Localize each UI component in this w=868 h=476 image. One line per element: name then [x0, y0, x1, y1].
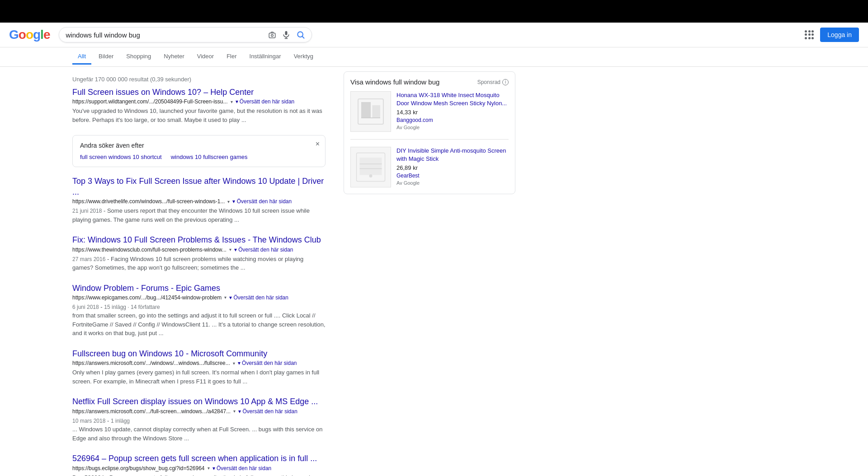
tab-shopping[interactable]: Shopping — [121, 49, 156, 65]
result-item: Netflix Full Screen display issues on Wi… — [72, 397, 326, 443]
tab-allt[interactable]: Allt — [72, 49, 91, 65]
result-translate-3[interactable]: ▾ Översätt den här sidan — [234, 247, 293, 253]
tab-videor[interactable]: Videor — [192, 49, 219, 65]
result-url-4: https://www.epicgames.com/.../bug.../412… — [72, 294, 222, 301]
svg-line-6 — [302, 37, 304, 38]
results-column: Ungefär 170 000 000 resultat (0,39 sekun… — [72, 71, 326, 476]
tab-nyheter[interactable]: Nyheter — [158, 49, 190, 65]
result-url-6: https://answers.microsoft.com/.../full-s… — [72, 408, 231, 415]
result-item: 526964 – Popup screen gets full screen w… — [72, 453, 326, 476]
top-bar — [0, 0, 868, 23]
andra-soker-link-2[interactable]: windows 10 fullscreen games — [171, 154, 248, 160]
result-title-1[interactable]: Full Screen issues on Windows 10? – Help… — [72, 87, 326, 98]
results-count: Ungefär 170 000 000 resultat (0,39 sekun… — [72, 71, 326, 87]
tab-installningar[interactable]: Inställningar — [244, 49, 287, 65]
result-url-7: https://bugs.eclipse.org/bugs/show_bug.c… — [72, 465, 205, 471]
result-snippet-1: You've upgraded to Windows 10, launched … — [72, 107, 326, 124]
sponsored-header: Visa windows full window bug Sponsrad i — [350, 78, 509, 86]
search-input[interactable] — [66, 31, 264, 39]
result-translate-7[interactable]: ▾ Översätt den här sidan — [212, 465, 272, 471]
login-button[interactable]: Logga in — [820, 28, 859, 42]
header: Google — [0, 23, 868, 47]
search-button[interactable] — [296, 30, 305, 39]
product-info-2: DIY Invisible Simple Anti-mosquito Scree… — [396, 147, 509, 187]
product-image-2 — [350, 147, 391, 187]
result-dropdown-4[interactable]: ▾ — [224, 295, 226, 300]
sponsored-label: Sponsrad i — [477, 79, 509, 85]
sponsored-info-icon[interactable]: i — [502, 79, 509, 85]
product-name-2[interactable]: DIY Invisible Simple Anti-mosquito Scree… — [396, 147, 509, 163]
result-url-3: https://www.thewindowsclub.com/full-scre… — [72, 247, 226, 253]
main-content: Ungefär 170 000 000 resultat (0,39 sekun… — [0, 67, 868, 476]
result-translate-4[interactable]: ▾ Översätt den här sidan — [229, 294, 288, 301]
product-price-2: 26,89 kr — [396, 164, 509, 171]
result-translate-6[interactable]: ▾ Översätt den här sidan — [238, 408, 297, 415]
andra-soker-links: full screen windows 10 shortcut windows … — [80, 154, 318, 160]
result-dropdown-5[interactable]: ▾ — [233, 361, 235, 366]
nav-tabs: Allt Bilder Shopping Nyheter Videor Fler… — [0, 47, 868, 67]
result-title-4[interactable]: Window Problem - Forums - Epic Games — [72, 283, 326, 294]
andra-soker-link-1[interactable]: full screen windows 10 shortcut — [80, 154, 162, 160]
tab-verktyg[interactable]: Verktyg — [288, 49, 319, 65]
result-snippet-5: Only when I play games (every games) in … — [72, 368, 326, 386]
svg-rect-12 — [360, 158, 382, 175]
svg-point-1 — [271, 34, 274, 37]
andra-soker-title: Andra söker även efter — [80, 142, 318, 149]
product-price-1: 14,33 kr — [396, 109, 509, 116]
camera-search-button[interactable] — [268, 31, 276, 39]
result-title-5[interactable]: Fullscreen bug on Windows 10 - Microsoft… — [72, 349, 326, 359]
result-title-2[interactable]: Top 3 Ways to Fix Full Screen Issue afte… — [72, 176, 326, 197]
google-logo[interactable]: Google — [9, 28, 50, 42]
result-title-7[interactable]: 526964 – Popup screen gets full screen w… — [72, 453, 326, 464]
svg-rect-9 — [373, 105, 381, 118]
result-dropdown-2[interactable]: ▾ — [227, 199, 230, 204]
sponsored-box: Visa windows full window bug Sponsrad i — [344, 71, 515, 194]
result-item: Window Problem - Forums - Epic Games htt… — [72, 283, 326, 338]
voice-search-button[interactable] — [282, 30, 291, 39]
result-item: Top 3 Ways to Fix Full Screen Issue afte… — [72, 176, 326, 224]
result-dropdown-1[interactable]: ▾ — [231, 99, 233, 104]
header-right: Logga in — [805, 28, 859, 42]
result-translate-2[interactable]: ▾ Översätt den här sidan — [232, 198, 292, 205]
svg-rect-2 — [285, 31, 288, 35]
result-dropdown-7[interactable]: ▾ — [208, 466, 210, 471]
product-name-1[interactable]: Honana WX-318 White Insect Mosquito Door… — [396, 91, 509, 107]
result-snippet-6: 10 mars 2018 - 1 inlägg ... Windows 10 u… — [72, 416, 326, 443]
apps-grid-icon[interactable] — [805, 30, 814, 39]
product-image-1 — [350, 91, 391, 132]
sponsored-title: Visa windows full window bug — [350, 78, 439, 86]
result-dropdown-6[interactable]: ▾ — [233, 409, 236, 414]
result-title-6[interactable]: Netflix Full Screen display issues on Wi… — [72, 397, 326, 407]
search-bar[interactable] — [59, 27, 312, 42]
product-store-1[interactable]: Banggood.com — [396, 117, 509, 123]
result-url-2: https://www.drivethelife.com/windows.../… — [72, 198, 225, 205]
result-item: Fullscreen bug on Windows 10 - Microsoft… — [72, 349, 326, 386]
tab-fler[interactable]: Fler — [221, 49, 242, 65]
result-item: Fix: Windows 10 Full Screen Problems & I… — [72, 235, 326, 272]
tab-bilder[interactable]: Bilder — [93, 49, 119, 65]
product-card-1[interactable]: Honana WX-318 White Insect Mosquito Door… — [350, 91, 509, 140]
result-url-1: https://support.wildtangent.com/.../2050… — [72, 98, 228, 105]
result-snippet-4: 6 juni 2018 - 15 inlägg · 14 författare … — [72, 303, 326, 338]
andra-soker-box: Andra söker även efter full screen windo… — [72, 135, 326, 167]
product-info-1: Honana WX-318 White Insect Mosquito Door… — [396, 91, 509, 132]
result-snippet-7: Bug 526964 - Popup screen gets full scre… — [72, 473, 326, 476]
andra-soker-close[interactable]: × — [316, 140, 320, 148]
right-column: Visa windows full window bug Sponsrad i — [344, 71, 515, 476]
result-snippet-2: 21 juni 2018 - Some users report that th… — [72, 206, 326, 224]
result-title-3[interactable]: Fix: Windows 10 Full Screen Problems & I… — [72, 235, 326, 245]
result-translate-1[interactable]: ▾ Översätt den här sidan — [236, 98, 295, 105]
result-translate-5[interactable]: ▾ Översätt den här sidan — [238, 360, 297, 366]
product-av-2: Av Google — [396, 180, 509, 186]
product-store-2[interactable]: GearBest — [396, 173, 509, 179]
product-card-2[interactable]: DIY Invisible Simple Anti-mosquito Scree… — [350, 147, 509, 187]
result-item: Full Screen issues on Windows 10? – Help… — [72, 87, 326, 124]
svg-point-15 — [369, 174, 373, 177]
svg-rect-0 — [269, 33, 276, 38]
result-snippet-3: 27 mars 2016 - Facing Windows 10 full sc… — [72, 255, 326, 272]
product-av-1: Av Google — [396, 125, 509, 130]
svg-rect-8 — [361, 102, 371, 118]
result-dropdown-3[interactable]: ▾ — [229, 247, 231, 252]
result-url-5: https://answers.microsoft.com/.../window… — [72, 360, 230, 366]
